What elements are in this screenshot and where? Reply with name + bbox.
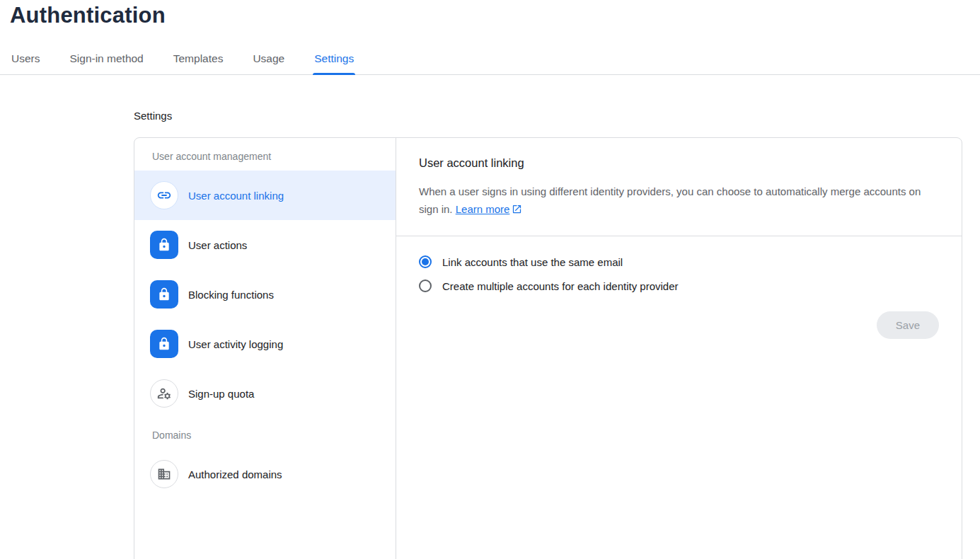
option-create-multiple-accounts[interactable]: Create multiple accounts for each identi…	[419, 280, 939, 292]
tab-templates[interactable]: Templates	[172, 45, 225, 74]
sidebar-item-authorized-domains[interactable]: Authorized domains	[134, 449, 396, 499]
panel-description: When a user signs in using different ide…	[419, 183, 921, 219]
option-label: Link accounts that use the same email	[442, 256, 623, 268]
group-header-domains: Domains	[134, 418, 396, 449]
sidebar-item-label: Authorized domains	[188, 468, 282, 480]
lock-icon	[150, 231, 178, 259]
main-area: Settings User account management User ac…	[0, 110, 980, 559]
settings-card: User account management User account lin…	[134, 137, 962, 559]
sidebar-item-user-activity-logging[interactable]: User activity logging	[134, 319, 396, 369]
open-in-new-icon	[512, 202, 522, 219]
settings-section-label: Settings	[134, 110, 980, 122]
sidebar-item-sign-up-quota[interactable]: Sign-up quota	[134, 369, 396, 418]
manage-accounts-icon	[150, 379, 178, 408]
group-header-user-account-management: User account management	[134, 148, 396, 171]
authentication-page: Authentication Users Sign-in method Temp…	[0, 0, 980, 559]
radio-unselected-icon[interactable]	[419, 280, 432, 292]
sidebar-item-label: User activity logging	[188, 338, 283, 350]
domain-icon	[150, 460, 178, 488]
page-title: Authentication	[0, 0, 980, 28]
tab-users[interactable]: Users	[10, 45, 41, 74]
radio-selected-icon[interactable]	[419, 255, 432, 268]
sidebar-item-label: Sign-up quota	[188, 388, 254, 400]
save-row: Save	[419, 311, 939, 339]
sidebar-item-blocking-functions[interactable]: Blocking functions	[134, 270, 396, 319]
lock-icon	[150, 330, 178, 358]
panel-divider	[396, 236, 962, 236]
tab-bar: Users Sign-in method Templates Usage Set…	[0, 45, 980, 75]
option-link-accounts-same-email[interactable]: Link accounts that use the same email	[419, 255, 939, 268]
user-account-linking-panel: User account linking When a user signs i…	[396, 138, 962, 559]
tab-settings[interactable]: Settings	[313, 45, 355, 74]
sidebar-item-user-account-linking[interactable]: User account linking	[134, 171, 396, 220]
tab-usage[interactable]: Usage	[251, 45, 286, 74]
learn-more-label: Learn more	[456, 203, 510, 215]
save-button[interactable]: Save	[877, 311, 939, 339]
tab-sign-in-method[interactable]: Sign-in method	[68, 45, 144, 74]
option-label: Create multiple accounts for each identi…	[442, 280, 679, 292]
panel-title: User account linking	[419, 156, 939, 170]
settings-sidebar: User account management User account lin…	[134, 138, 396, 559]
sidebar-item-label: User actions	[188, 239, 247, 251]
lock-icon	[150, 280, 178, 309]
sidebar-item-label: User account linking	[188, 190, 284, 202]
learn-more-link[interactable]: Learn more	[456, 203, 523, 215]
sidebar-item-user-actions[interactable]: User actions	[134, 220, 396, 270]
sidebar-item-label: Blocking functions	[188, 289, 274, 301]
link-icon	[150, 181, 178, 209]
account-linking-options: Link accounts that use the same email Cr…	[419, 255, 939, 292]
